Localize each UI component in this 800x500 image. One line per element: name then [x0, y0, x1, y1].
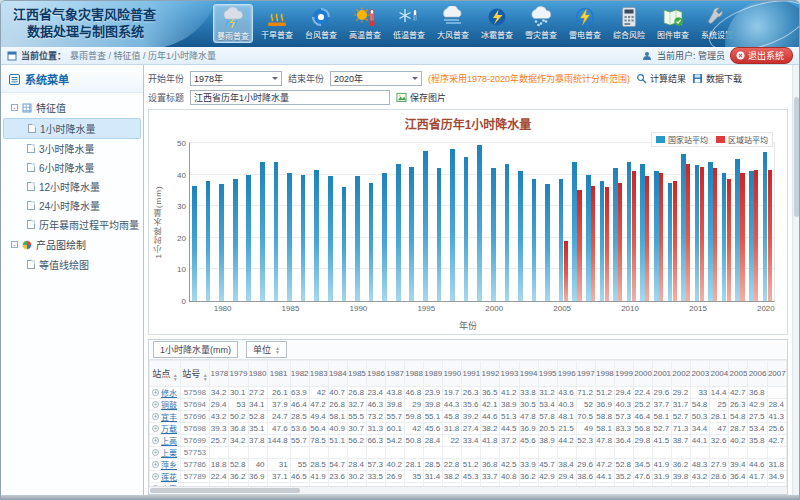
year-column-header[interactable]: 2002: [672, 361, 691, 387]
year-column-header[interactable]: 1993: [500, 361, 519, 387]
expand-icon[interactable]: +: [152, 401, 159, 408]
year-column-header[interactable]: 2001: [653, 361, 672, 387]
year-column-header[interactable]: 1982: [290, 361, 309, 387]
save-image-button[interactable]: 保存图片: [396, 91, 446, 104]
toolbar-item-label: 干旱普查: [261, 29, 293, 40]
exit-system-button[interactable]: 退出系统: [730, 47, 793, 64]
sidebar-item[interactable]: 6小时降水量: [3, 158, 141, 177]
value-cell: 22: [443, 435, 462, 447]
expand-icon[interactable]: +: [152, 425, 159, 432]
year-column-header[interactable]: 2006: [748, 361, 767, 387]
year-column-header[interactable]: 2005: [729, 361, 748, 387]
value-cell: 41.3: [767, 411, 786, 423]
station-link[interactable]: 万载: [161, 425, 177, 434]
year-column-header[interactable]: 2000: [634, 361, 653, 387]
station-link[interactable]: 上高: [161, 437, 177, 446]
sidebar-item[interactable]: 3小时降水量: [3, 139, 141, 158]
year-column-header[interactable]: 2003: [691, 361, 710, 387]
toolbar-item-low-temp[interactable]: 低温普查: [389, 4, 429, 43]
year-column-header[interactable]: 2004: [710, 361, 729, 387]
station-link[interactable]: 莲花: [161, 473, 177, 482]
sidebar-item[interactable]: 1小时降水量: [3, 118, 141, 139]
station-link[interactable]: 修水: [161, 389, 177, 398]
sidebar-item[interactable]: 12小时降水量: [3, 177, 141, 196]
value-cell: 50.8: [405, 435, 424, 447]
year-column-header[interactable]: 1981: [267, 361, 290, 387]
measure-filter[interactable]: 1小时降水量(mm): [153, 341, 238, 358]
toolbar-item-hail[interactable]: 冰雹普查: [477, 4, 517, 43]
year-column-header[interactable]: 1979: [229, 361, 248, 387]
expand-icon[interactable]: +: [152, 473, 159, 480]
collapse-icon[interactable]: -: [11, 241, 18, 248]
year-column-header[interactable]: 1996: [557, 361, 576, 387]
collapse-icon[interactable]: -: [11, 104, 18, 111]
sidebar-item[interactable]: 24小时降水量: [3, 196, 141, 215]
sort-arrows-icon: ▲▼: [173, 373, 178, 381]
year-column-header[interactable]: 1991: [462, 361, 481, 387]
breadcrumb[interactable]: 暴雨普查 / 特征值 / 历年1小时降水量: [70, 49, 216, 62]
expand-icon[interactable]: +: [152, 437, 159, 444]
hscroll-thumb[interactable]: [150, 488, 300, 493]
station-cell: +铜鼓: [150, 399, 181, 411]
toolbar-item-wind[interactable]: 大风普查: [433, 4, 473, 43]
year-column-header[interactable]: 1986: [366, 361, 385, 387]
value-cell: 42.7: [767, 435, 786, 447]
year-column-header[interactable]: 1984: [328, 361, 347, 387]
toolbar-item-drought[interactable]: 干旱普查: [257, 4, 297, 43]
column-header-station[interactable]: 站点 ▲▼: [150, 361, 181, 387]
unit-sort-control[interactable]: 单位▲▼: [246, 341, 287, 358]
year-column-header[interactable]: 1987: [386, 361, 405, 387]
year-column-header[interactable]: 1999: [614, 361, 633, 387]
calculate-button[interactable]: 计算结果: [636, 72, 686, 85]
year-column-header[interactable]: 1995: [538, 361, 557, 387]
tree-group-grid[interactable]: -特征值: [3, 97, 141, 118]
year-column-header[interactable]: 1980: [248, 361, 267, 387]
year-column-header[interactable]: 2007: [767, 361, 786, 387]
toolbar-item-risk-calc[interactable]: 综合风险: [609, 4, 649, 43]
toolbar-item-map-review[interactable]: 图件审查: [653, 4, 693, 43]
column-header-station-id[interactable]: 站号 ▲▼: [180, 361, 210, 387]
year-column-header[interactable]: 1998: [595, 361, 614, 387]
year-column-header[interactable]: 1997: [576, 361, 595, 387]
toolbar-item-snow[interactable]: 雪灾普查: [521, 4, 561, 43]
station-link[interactable]: 铜鼓: [161, 401, 177, 410]
expand-icon[interactable]: +: [152, 461, 159, 468]
year-column-header[interactable]: 1978: [210, 361, 229, 387]
year-column-header[interactable]: 1994: [519, 361, 538, 387]
value-cell: 38.9: [500, 399, 519, 411]
value-cell: 26.3: [729, 399, 748, 411]
end-year-select[interactable]: 2020年: [330, 71, 422, 86]
station-link[interactable]: 上栗: [161, 449, 177, 458]
value-cell: 31.8: [767, 459, 786, 471]
start-year-select[interactable]: 1978年: [190, 71, 282, 86]
vscroll-thumb[interactable]: [794, 97, 799, 217]
year-column-header[interactable]: 1989: [424, 361, 443, 387]
value-cell: 33.4: [462, 435, 481, 447]
sidebar-item[interactable]: 等值线绘图: [3, 255, 141, 274]
value-cell: 25: [710, 399, 729, 411]
year-column-header[interactable]: 1988: [405, 361, 424, 387]
station-link[interactable]: 萍乡: [161, 461, 177, 470]
station-link[interactable]: 宜丰: [161, 413, 177, 422]
toolbar-item-rainstorm[interactable]: 暴雨普查: [213, 4, 253, 43]
expand-icon[interactable]: +: [152, 389, 159, 396]
year-column-header[interactable]: 1990: [443, 361, 462, 387]
year-column-header[interactable]: 1983: [309, 361, 328, 387]
chart-title-input[interactable]: [190, 90, 390, 105]
year-column-header[interactable]: 1985: [347, 361, 366, 387]
expand-icon[interactable]: +: [152, 449, 159, 456]
toolbar-item-lightning[interactable]: 雷电普查: [565, 4, 605, 43]
table-horizontal-scrollbar[interactable]: [149, 486, 787, 494]
tree-group-palette[interactable]: -产品图绘制: [3, 234, 141, 255]
document-icon: [27, 201, 35, 210]
current-user: 当前用户: 管理员: [657, 49, 725, 62]
expand-icon[interactable]: +: [152, 413, 159, 420]
legend-entry[interactable]: 国家站平均: [656, 134, 708, 145]
sidebar-item[interactable]: 历年暴雨过程平均雨量: [3, 215, 141, 234]
toolbar-item-high-temp[interactable]: 高温普查: [345, 4, 385, 43]
legend-entry[interactable]: 区域站平均: [716, 134, 768, 145]
download-data-button[interactable]: 数据下载: [692, 72, 742, 85]
year-column-header[interactable]: 1992: [481, 361, 500, 387]
toolbar-item-typhoon[interactable]: 台风普查: [301, 4, 341, 43]
main-vertical-scrollbar[interactable]: [792, 65, 799, 495]
